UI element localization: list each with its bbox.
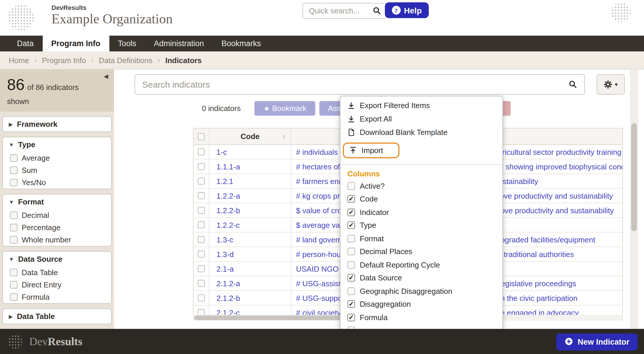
nav-tab-bookmarks[interactable]: Bookmarks xyxy=(213,36,270,51)
filter-option-percentage[interactable]: Percentage xyxy=(3,221,111,234)
filter-section-header-type[interactable]: ▼Type xyxy=(3,137,111,152)
filter-option-direct-entry[interactable]: Direct Entry xyxy=(3,279,111,291)
indicator-code-link[interactable]: 2.1-a xyxy=(216,264,234,273)
indicator-code-link[interactable]: 1.2.1 xyxy=(216,177,233,185)
indicator-search-input[interactable] xyxy=(135,79,569,89)
checkbox[interactable] xyxy=(347,209,355,216)
chevron-right-icon: › xyxy=(158,56,160,64)
nav-tab-tools[interactable]: Tools xyxy=(109,36,145,51)
column-toggle-format[interactable]: Format xyxy=(340,232,502,245)
select-all-checkbox[interactable] xyxy=(198,133,205,140)
checkbox[interactable] xyxy=(10,154,18,162)
checkbox[interactable] xyxy=(347,287,355,295)
checkbox[interactable] xyxy=(10,293,18,301)
column-toggle-default-reporting-cycle[interactable]: Default Reporting Cycle xyxy=(340,258,502,271)
indicator-code-link[interactable]: 1.2.2-c xyxy=(216,221,240,229)
checkbox[interactable] xyxy=(10,269,18,276)
nav-tab-data[interactable]: Data xyxy=(8,36,42,51)
quick-search-input[interactable] xyxy=(303,6,373,15)
account-globe-icon[interactable] xyxy=(611,3,631,22)
menu-item-export-all[interactable]: Export All xyxy=(340,112,502,126)
checkbox[interactable] xyxy=(347,274,355,282)
page-scrollbar-thumb[interactable] xyxy=(631,123,637,231)
settings-gear-button[interactable]: ▾ xyxy=(597,74,625,95)
sidebar-collapse-icon[interactable]: ◀ xyxy=(104,73,108,79)
search-icon[interactable] xyxy=(569,80,577,89)
column-toggle-type[interactable]: Type xyxy=(340,219,502,232)
column-toggle-disaggregation[interactable]: Disaggregation xyxy=(340,298,502,311)
row-checkbox[interactable] xyxy=(198,280,205,287)
indicator-code-link[interactable]: 2.1.2-a xyxy=(216,279,240,288)
filter-option-whole-number[interactable]: Whole number xyxy=(3,234,111,246)
footer-brand-results: Results xyxy=(48,335,82,348)
checkbox[interactable] xyxy=(347,301,355,308)
nav-tab-program-info[interactable]: Program Info xyxy=(42,36,109,51)
checkbox[interactable] xyxy=(347,327,355,329)
column-toggle-decimal-places[interactable]: Decimal Places xyxy=(340,245,502,258)
checkbox[interactable] xyxy=(10,281,18,289)
breadcrumb-home[interactable]: Home xyxy=(9,56,29,65)
filter-section-label: Data Table xyxy=(17,312,55,321)
checkbox[interactable] xyxy=(347,314,355,321)
filter-section-header-format[interactable]: ▼Format xyxy=(3,195,111,209)
column-toggle-active[interactable]: Active? xyxy=(340,179,502,192)
checkbox[interactable] xyxy=(347,261,355,269)
checkbox[interactable] xyxy=(10,236,18,244)
indicator-code-link[interactable]: 1.3-d xyxy=(216,250,234,258)
row-checkbox[interactable] xyxy=(198,221,205,228)
row-checkbox[interactable] xyxy=(198,192,205,199)
column-toggle-indicator[interactable]: Indicator xyxy=(340,206,502,219)
checkbox[interactable] xyxy=(347,182,355,190)
filter-section-header-data-table[interactable]: ▶Data Table xyxy=(3,309,111,324)
row-select-cell xyxy=(194,247,209,261)
indicator-code-link[interactable]: 1-c xyxy=(216,148,227,156)
checkbox[interactable] xyxy=(10,166,18,174)
help-button[interactable]: ? Help xyxy=(385,2,429,18)
filter-option-yes-no[interactable]: Yes/No xyxy=(3,176,111,189)
filter-option-sum[interactable]: Sum xyxy=(3,164,111,176)
row-checkbox[interactable] xyxy=(198,294,205,301)
nav-tab-administration[interactable]: Administration xyxy=(145,36,213,51)
column-toggle-data-source[interactable]: Data Source xyxy=(340,271,502,284)
row-checkbox[interactable] xyxy=(198,207,205,214)
checkbox[interactable] xyxy=(347,248,355,256)
column-toggle-code[interactable]: Code xyxy=(340,192,502,206)
filter-option-data-table[interactable]: Data Table xyxy=(3,266,111,279)
checkbox[interactable] xyxy=(10,211,18,219)
menu-item-export-filtered-items[interactable]: Export Filtered Items xyxy=(340,99,502,112)
row-checkbox[interactable] xyxy=(198,148,205,155)
indicator-code-link[interactable]: 1.2.2-a xyxy=(216,191,240,200)
checkbox[interactable] xyxy=(347,235,355,242)
filter-option-average[interactable]: Average xyxy=(3,152,111,164)
filter-option-formula[interactable]: Formula xyxy=(3,291,111,303)
filter-section-header-framework[interactable]: ▶Framework xyxy=(3,117,111,131)
new-indicator-button[interactable]: New Indicator xyxy=(557,334,638,350)
row-checkbox[interactable] xyxy=(198,163,205,170)
checkbox[interactable] xyxy=(347,222,355,229)
menu-item-download-blank-template[interactable]: Download Blank Template xyxy=(340,126,502,139)
column-toggle-formula[interactable]: Formula xyxy=(340,311,502,324)
checkbox[interactable] xyxy=(10,179,18,186)
bookmark-button[interactable]: ★Bookmark xyxy=(255,101,315,116)
row-checkbox[interactable] xyxy=(198,178,205,185)
row-checkbox[interactable] xyxy=(198,251,205,258)
checkbox[interactable] xyxy=(347,195,355,203)
search-icon[interactable] xyxy=(373,6,381,15)
filter-option-label: Whole number xyxy=(22,235,71,244)
indicator-code-link[interactable]: 1.1.1-a xyxy=(216,162,240,171)
breadcrumb-program-info[interactable]: Program Info xyxy=(42,56,86,65)
menu-item-import[interactable]: Import xyxy=(340,139,502,161)
row-checkbox[interactable] xyxy=(198,265,205,272)
indicator-code-link[interactable]: 1.2.2-b xyxy=(216,206,240,215)
checkbox[interactable] xyxy=(10,224,18,231)
breadcrumb-data-definitions[interactable]: Data Definitions xyxy=(99,56,153,65)
devresults-logo[interactable] xyxy=(8,5,34,30)
column-toggle-partial[interactable] xyxy=(340,324,502,329)
indicator-code-link[interactable]: 2.1.2-b xyxy=(216,294,240,302)
code-column-header[interactable]: Code↑ xyxy=(209,129,291,144)
row-checkbox[interactable] xyxy=(198,236,205,243)
indicator-code-link[interactable]: 1.3-c xyxy=(216,235,233,244)
filter-section-header-data-source[interactable]: ▼Data Source xyxy=(3,252,111,266)
column-toggle-geographic-disaggregation[interactable]: Geographic Disaggregation xyxy=(340,284,502,298)
filter-option-decimal[interactable]: Decimal xyxy=(3,209,111,221)
